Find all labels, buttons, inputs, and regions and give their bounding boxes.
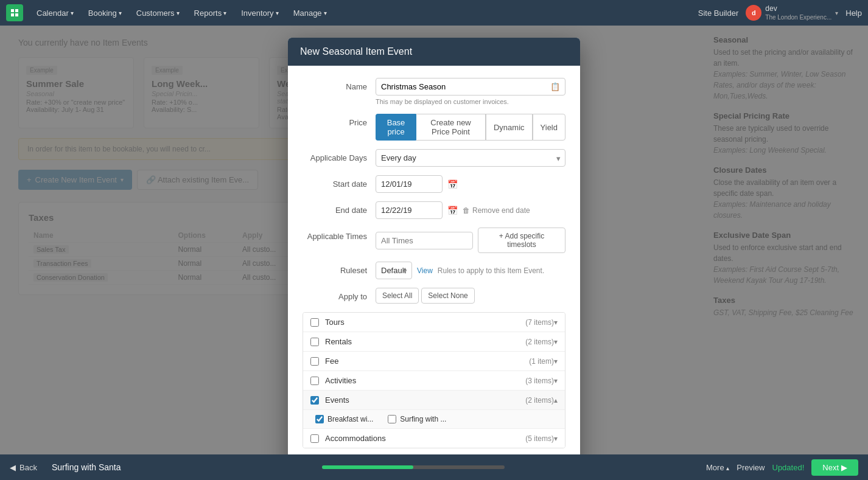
category-list: Tours (7 items) ▾ Rentals (2 items) ▾ Fe… — [303, 312, 565, 448]
modal-body: Name 📋 This may be displayed on customer… — [288, 66, 580, 461]
create-price-point-button[interactable]: Create new Price Point — [416, 114, 486, 141]
category-checkbox-tours[interactable] — [310, 318, 319, 327]
remove-end-date-button[interactable]: 🗑 Remove end date — [463, 206, 530, 215]
end-date-row: End date 📅 🗑 Remove end date — [303, 201, 565, 219]
applicable-days-row: Applicable Days Every day ▾ — [303, 149, 565, 167]
progress-bar-container — [131, 465, 696, 469]
category-checkbox-rentals[interactable] — [310, 338, 319, 346]
start-date-input-wrap: 📅 — [376, 175, 565, 193]
start-date-label: Start date — [303, 175, 376, 189]
category-expand-icon-accommodations: ▾ — [554, 434, 558, 443]
category-name-events: Events — [325, 395, 523, 405]
modal-title: New Seasonal Item Event — [288, 38, 580, 66]
add-timeslots-button[interactable]: + Add specific timeslots — [478, 228, 565, 253]
calendar-icon: 📋 — [550, 82, 560, 91]
end-date-input[interactable] — [376, 201, 443, 219]
category-expand-icon-fee: ▾ — [554, 357, 558, 366]
category-row[interactable]: Accommodations (5 items) ▾ — [303, 429, 565, 448]
nav-calendar[interactable]: Calendar ▾ — [30, 6, 80, 20]
nav-customers[interactable]: Customers ▾ — [130, 6, 186, 20]
price-button-group: Base price Create new Price Point Dynami… — [376, 114, 565, 141]
category-checkbox-fee[interactable] — [310, 357, 319, 366]
times-wrap: + Add specific timeslots — [376, 228, 565, 253]
category-name-tours: Tours — [325, 318, 523, 327]
sub-item-checkbox-0[interactable] — [315, 415, 324, 423]
apply-to-row: Apply to Select All Select None — [303, 288, 565, 304]
category-count-rentals: (2 items) — [525, 338, 554, 346]
back-arrow-icon: ◀ — [10, 463, 16, 472]
dynamic-price-button[interactable]: Dynamic — [486, 114, 533, 141]
app-logo — [6, 4, 23, 21]
category-row[interactable]: Activities (3 items) ▾ — [303, 371, 565, 391]
next-arrow-icon: ▶ — [841, 463, 847, 472]
category-name-fee: Fee — [325, 357, 527, 366]
base-price-button[interactable]: Base price — [376, 114, 416, 141]
new-seasonal-item-event-modal: New Seasonal Item Event Name 📋 This may … — [288, 38, 580, 480]
category-row[interactable]: Rentals (2 items) ▾ — [303, 332, 565, 352]
nav-inventory[interactable]: Inventory ▾ — [235, 6, 284, 20]
yield-price-button[interactable]: Yield — [533, 114, 565, 141]
name-hint: This may be displayed on customer invoic… — [376, 98, 565, 105]
category-expand-icon-rentals: ▾ — [554, 338, 558, 346]
end-date-input-wrap: 📅 🗑 Remove end date — [376, 201, 565, 219]
help-link[interactable]: Help — [845, 9, 862, 18]
bottom-bar-title: Surfing with Santa — [52, 462, 121, 472]
sub-item-checkbox-1[interactable] — [388, 415, 396, 423]
category-name-rentals: Rentals — [325, 337, 523, 346]
start-date-calendar-icon[interactable]: 📅 — [447, 179, 458, 189]
category-expand-icon-tours: ▾ — [554, 318, 558, 327]
more-button[interactable]: More ▴ — [706, 463, 729, 472]
ruleset-view-link[interactable]: View — [417, 266, 433, 275]
progress-bar-outer — [322, 465, 505, 469]
category-count-fee: (1 item) — [529, 357, 554, 366]
ruleset-wrap: Default ▾ View Rules to apply to this It… — [376, 262, 565, 279]
applicable-days-label: Applicable Days — [303, 149, 376, 162]
sub-item: Breakfast wi... — [315, 415, 373, 423]
apply-to-button-group: Select All Select None — [376, 288, 565, 304]
progress-bar-inner — [322, 465, 413, 469]
applicable-days-select[interactable]: Every day — [376, 149, 565, 167]
user-menu[interactable]: d dev The London Experienc... ▾ — [746, 4, 838, 22]
nav-booking[interactable]: Booking ▾ — [82, 6, 128, 20]
applicable-times-input[interactable] — [376, 232, 473, 249]
category-count-accommodations: (5 items) — [525, 434, 554, 443]
nav-manage[interactable]: Manage ▾ — [287, 6, 333, 20]
nav-reports[interactable]: Reports ▾ — [188, 6, 233, 20]
category-checkbox-events[interactable] — [310, 396, 319, 405]
category-row[interactable]: Tours (7 items) ▾ — [303, 313, 565, 332]
sub-item-label: Surfing with ... — [400, 415, 446, 423]
site-builder-link[interactable]: Site Builder — [698, 9, 738, 18]
select-none-button[interactable]: Select None — [421, 288, 474, 304]
price-label: Price — [303, 114, 376, 127]
updated-status: Updated! — [772, 463, 805, 472]
start-date-input[interactable] — [376, 175, 443, 193]
name-input[interactable] — [381, 82, 547, 91]
category-expand-icon-events: ▴ — [554, 396, 558, 405]
trash-icon: 🗑 — [463, 206, 470, 215]
category-row[interactable]: Fee (1 item) ▾ — [303, 352, 565, 371]
name-label: Name — [303, 78, 376, 91]
ruleset-select[interactable]: Default — [376, 262, 412, 279]
ruleset-row: Ruleset Default ▾ View Rules to apply to… — [303, 262, 565, 279]
start-date-row: Start date 📅 — [303, 175, 565, 193]
select-all-button[interactable]: Select All — [376, 288, 419, 304]
category-count-events: (2 items) — [525, 396, 554, 405]
category-row[interactable]: Events (2 items) ▴ — [303, 391, 565, 410]
bottom-bar: ◀ Back Surfing with Santa More ▴ Preview… — [0, 454, 868, 480]
category-checkbox-activities[interactable] — [310, 377, 319, 385]
category-count-activities: (3 items) — [525, 377, 554, 385]
category-expand-icon-activities: ▾ — [554, 377, 558, 385]
top-navigation: Calendar ▾ Booking ▾ Customers ▾ Reports… — [0, 0, 868, 26]
applicable-times-label: Applicable Times — [303, 228, 376, 241]
category-checkbox-accommodations[interactable] — [310, 434, 319, 443]
end-date-calendar-icon[interactable]: 📅 — [447, 206, 458, 215]
sub-items-events: Breakfast wi...Surfing with ... — [303, 410, 565, 429]
category-name-accommodations: Accommodations — [325, 434, 523, 443]
next-button[interactable]: Next ▶ — [811, 459, 858, 476]
back-button[interactable]: ◀ Back — [10, 463, 37, 472]
preview-button[interactable]: Preview — [737, 463, 765, 472]
ruleset-label: Ruleset — [303, 262, 376, 275]
applicable-times-row: Applicable Times + Add specific timeslot… — [303, 228, 565, 253]
sub-item: Surfing with ... — [388, 415, 446, 423]
name-input-wrapper: 📋 — [376, 78, 565, 96]
